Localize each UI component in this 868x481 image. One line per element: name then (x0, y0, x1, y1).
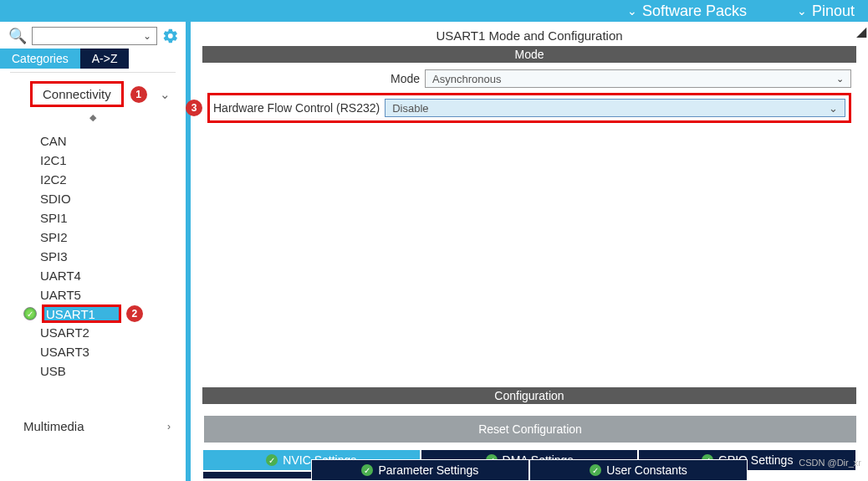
periph-sdio[interactable]: SDIO (40, 189, 182, 208)
periph-i2c1[interactable]: I2C1 (40, 151, 182, 170)
tab-label: User Constants (606, 463, 687, 477)
mode-block: Mode Asynchronous ⌄ 3 Hardware Flow Cont… (202, 69, 856, 123)
periph-usb[interactable]: USB (40, 361, 182, 381)
top-menu-bar: ⌄ Software Packs ⌄ Pinout (0, 0, 868, 22)
sidebar-tabs: Categories A->Z (0, 49, 186, 69)
highlight-box-3: Hardware Flow Control (RS232) Disable ⌄ (207, 93, 851, 123)
search-input[interactable]: ⌄ (32, 27, 157, 45)
configuration-section-header: Configuration (202, 387, 856, 404)
config-panel: ◢ USART1 Mode and Configuration Mode Mod… (191, 22, 868, 481)
periph-uart5[interactable]: UART5 (40, 285, 182, 304)
tab-categories[interactable]: Categories (0, 49, 80, 69)
menu-software-packs[interactable]: ⌄ Software Packs (627, 3, 747, 20)
highlight-box-1: Connectivity (30, 81, 124, 107)
left-panel: 🔍 ⌄ Categories A->Z Connectivity 1 ⌄ ◆ (0, 22, 191, 481)
mode-label: Mode (207, 72, 425, 85)
mode-select[interactable]: Asynchronous ⌄ (425, 69, 851, 88)
mode-row: Mode Asynchronous ⌄ (207, 69, 851, 88)
category-label: Multimedia (23, 419, 84, 433)
chevron-down-icon: ⌄ (143, 30, 151, 42)
tab-label: Categories (12, 52, 69, 65)
chevron-down-icon: ⌄ (627, 4, 637, 18)
annotation-badge-1: 1 (130, 86, 147, 103)
category-label: Connectivity (43, 87, 111, 101)
reset-configuration-button[interactable]: Reset Configuration (204, 416, 856, 443)
select-value: Disable (392, 102, 428, 115)
check-icon: ✓ (23, 307, 37, 320)
periph-can[interactable]: CAN (40, 131, 182, 151)
chevron-down-icon: ⌄ (797, 4, 807, 18)
gear-icon[interactable] (162, 28, 179, 44)
periph-spi2[interactable]: SPI2 (40, 228, 182, 247)
panel-title: USART1 Mode and Configuration (202, 22, 856, 46)
periph-label: USART1 (46, 307, 95, 321)
hf-select[interactable]: Disable ⌄ (385, 99, 845, 117)
periph-usart1[interactable]: USART1 (42, 304, 121, 323)
peripheral-list: CAN I2C1 I2C2 SDIO SPI1 SPI2 SPI3 UART4 … (40, 131, 182, 381)
menu-label: Pinout (812, 3, 855, 20)
chevron-right-icon: › (167, 421, 171, 432)
tab-az[interactable]: A->Z (80, 49, 130, 69)
periph-uart4[interactable]: UART4 (40, 266, 182, 285)
periph-usart2[interactable]: USART2 (40, 323, 182, 342)
tab-user-constants[interactable]: ✓User Constants (529, 459, 748, 481)
periph-spi3[interactable]: SPI3 (40, 247, 182, 266)
tab-parameter-settings[interactable]: ✓Parameter Settings (311, 459, 529, 481)
mode-section-header: Mode (202, 46, 856, 63)
watermark: CSDN @Dir_xr (799, 458, 861, 468)
hf-label: Hardware Flow Control (RS232) (213, 101, 380, 115)
tab-label: A->Z (92, 52, 118, 65)
divider (10, 72, 176, 73)
periph-usart3[interactable]: USART3 (40, 342, 182, 361)
select-value: Asynchronous (432, 73, 501, 85)
annotation-badge-2: 2 (126, 305, 143, 322)
category-multimedia[interactable]: Multimedia › (3, 412, 182, 437)
chevron-down-icon: ⌄ (829, 102, 838, 115)
tab-label: Parameter Settings (378, 463, 478, 477)
check-icon: ✓ (361, 464, 373, 476)
periph-usart1-row: ✓ USART1 2 (23, 304, 182, 323)
chevron-down-icon: ⌄ (836, 74, 844, 84)
search-row: 🔍 ⌄ (0, 22, 186, 49)
check-icon: ✓ (590, 464, 601, 476)
category-connectivity[interactable]: Connectivity 1 ⌄ (3, 76, 182, 110)
collapse-icon[interactable]: ◢ (856, 23, 866, 39)
menu-label: Software Packs (642, 3, 747, 20)
chevron-down-icon: ⌄ (160, 87, 171, 102)
hardware-flow-row: 3 Hardware Flow Control (RS232) Disable … (207, 93, 851, 123)
periph-i2c2[interactable]: I2C2 (40, 170, 182, 189)
category-list: Connectivity 1 ⌄ ◆ CAN I2C1 I2C2 SDIO SP… (0, 69, 186, 481)
menu-pinout[interactable]: ⌄ Pinout (797, 3, 855, 20)
periph-spi1[interactable]: SPI1 (40, 208, 182, 228)
annotation-badge-3: 3 (186, 100, 202, 116)
sort-icon[interactable]: ◆ (3, 112, 182, 123)
search-icon[interactable]: 🔍 (8, 27, 27, 45)
